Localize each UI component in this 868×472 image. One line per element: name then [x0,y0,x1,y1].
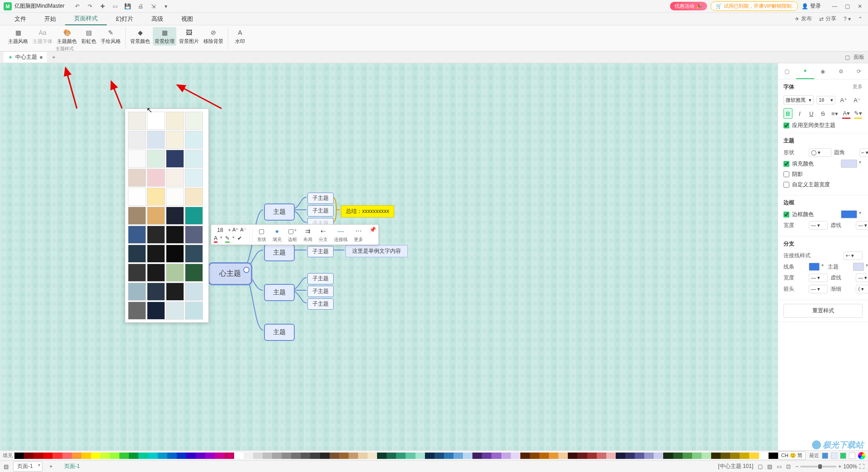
recent-swatch[interactable] [831,453,837,459]
sub-node[interactable]: 子主题 [307,286,334,297]
document-tab[interactable]: ✦ 中心主题 [4,52,47,62]
colorpicker-icon[interactable] [858,452,865,459]
color-swatch[interactable] [769,453,778,459]
color-swatch[interactable] [711,453,721,459]
texture-swatch[interactable] [147,112,165,130]
texture-swatch[interactable] [128,150,146,168]
texture-swatch[interactable] [166,169,184,187]
texture-swatch[interactable] [147,245,165,263]
float-branch[interactable]: ⇠分支 [317,227,330,243]
maximize-icon[interactable]: ▢ [843,2,852,11]
shadow-checkbox[interactable]: 阴影 [783,170,803,178]
color-swatch[interactable] [444,453,453,459]
color-swatch[interactable] [387,453,396,459]
share-button[interactable]: ⇄ 分享 [819,15,836,23]
example-node[interactable]: 这里是举例文字内容 [345,245,408,257]
texture-swatch[interactable] [166,150,184,168]
vip-badge[interactable]: 🛒 试用已到期，开通VIP解锁限制. [711,1,798,11]
sub-node[interactable]: 子主题 [307,205,334,217]
texture-swatch[interactable] [185,283,203,301]
color-swatch[interactable] [453,453,463,459]
chevron-down-icon[interactable]: ▾ [857,210,863,218]
float-layout[interactable]: ⇉布局 [302,227,314,243]
texture-swatch[interactable] [128,188,146,206]
color-swatch[interactable] [434,453,444,459]
rp-tab-style[interactable]: ✦ [796,63,814,79]
sub-node[interactable]: 子主题 [307,193,334,204]
italic-icon[interactable]: I [795,108,804,119]
chevron-down-icon[interactable]: ▾ [864,263,868,271]
texture-swatch[interactable] [128,226,146,244]
chevron-down-icon[interactable]: ▾ [228,227,231,232]
root-node[interactable]: 心主题 [208,262,252,285]
color-swatch[interactable] [196,453,205,459]
color-swatch[interactable] [654,453,663,459]
underline-icon[interactable]: U [807,108,816,119]
color-swatch[interactable] [129,453,138,459]
color-swatch[interactable] [138,453,148,459]
color-swatch[interactable] [33,453,43,459]
save-icon[interactable]: 💾 [124,3,132,10]
float-more[interactable]: ⋯更多 [352,227,365,243]
themecolor-swatch[interactable] [853,263,864,271]
color-swatch[interactable] [167,453,177,459]
recent-swatch[interactable] [840,453,846,459]
qat-more-icon[interactable]: ▾ [162,3,170,10]
page-select[interactable]: 页面-1 [13,461,42,472]
ribbon-theme-style[interactable]: ▦主题风格 [6,27,30,46]
color-swatch[interactable] [530,453,539,459]
outline-view-icon[interactable]: ▤ [767,463,772,470]
color-swatch[interactable] [702,453,711,459]
focus-icon[interactable]: ⊡ [786,463,791,470]
conn-style-select[interactable]: ⇠ ▾ [844,251,863,260]
format-painter-icon[interactable]: ✔ [237,235,242,243]
decrease-font-icon[interactable]: A⁻ [240,227,246,233]
sub-node[interactable]: 子主题 [307,246,334,257]
color-swatch[interactable] [310,453,320,459]
corner-select[interactable]: ⌐ ▾ [859,148,868,157]
color-swatch[interactable] [549,453,558,459]
color-swatch[interactable] [119,453,129,459]
color-swatch[interactable] [539,453,549,459]
texture-swatch[interactable] [185,188,203,206]
color-swatch[interactable] [148,453,158,459]
color-swatch[interactable] [568,453,577,459]
color-swatch[interactable] [301,453,310,459]
color-swatch[interactable] [349,453,358,459]
texture-swatch[interactable] [128,245,146,263]
color-swatch[interactable] [244,453,253,459]
color-swatch[interactable] [635,453,644,459]
texture-swatch[interactable] [147,169,165,187]
reset-style-button[interactable]: 重置样式 [783,304,863,318]
rp-tab-tag[interactable]: ◉ [814,63,832,79]
menu-file[interactable]: 文件 [5,13,35,25]
main-node[interactable]: 主题 [264,203,295,221]
fontcolor-icon[interactable]: A▾ [842,108,851,119]
ribbon-theme-color[interactable]: 🎨主题颜色 [55,27,79,46]
color-swatch[interactable] [253,453,263,459]
float-connector[interactable]: —连接线 [332,227,349,243]
color-swatch[interactable] [721,453,730,459]
help-button[interactable]: ? ▾ [844,16,851,22]
align-icon[interactable]: ≡▾ [830,108,839,119]
taper-select[interactable]: ⟨ ▾ [856,285,868,293]
menu-view[interactable]: 视图 [172,13,202,25]
open-icon[interactable]: ▭ [112,3,119,10]
chevron-down-icon[interactable]: ▾ [820,263,825,271]
color-swatch[interactable] [673,453,683,459]
rp-tab-history[interactable]: ⟳ [850,63,868,79]
panel-toggle-label[interactable]: 面板 [854,53,864,61]
texture-swatch[interactable] [166,131,184,149]
highlight-icon[interactable]: ✎ [225,235,230,243]
color-swatch[interactable] [692,453,702,459]
rp-tab-settings[interactable]: ⚙ [832,63,850,79]
bordercolor-checkbox[interactable]: 边框颜色 [783,211,814,218]
texture-swatch[interactable] [185,226,203,244]
zoom-slider[interactable] [800,466,836,467]
font-family-select[interactable]: 微软雅黑▾ [783,95,814,105]
sub-node[interactable]: 子主题 [307,298,334,310]
color-swatch[interactable] [463,453,472,459]
texture-swatch[interactable] [147,264,165,282]
texture-swatch[interactable] [128,283,146,301]
bordercolor-swatch[interactable] [841,210,857,218]
